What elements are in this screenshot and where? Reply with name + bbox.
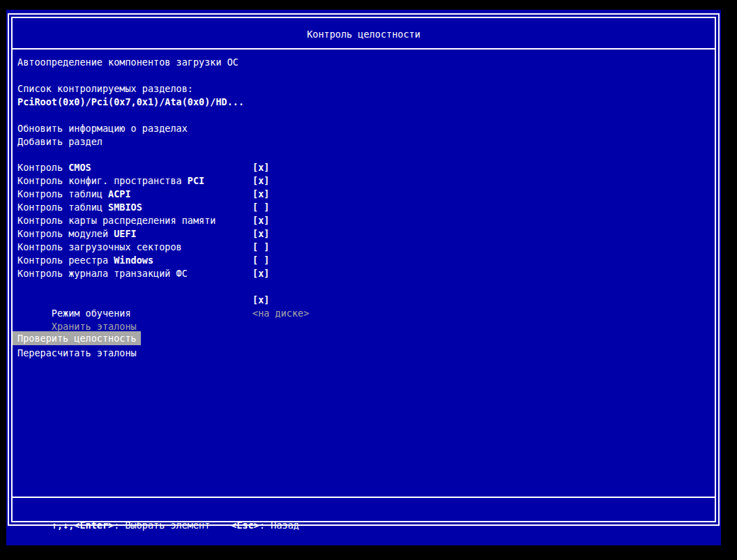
checkbox-item-memory-map[interactable]: Контроль карты распределения памяти[x] [17,214,707,227]
checkbox-label: Контроль загрузочных секторов [17,241,182,252]
checkbox-label: Контроль журнала транзакций ФС [17,268,188,279]
checkbox-label: Контроль реестра Windows [17,255,153,266]
checkbox-state: [ ] [252,254,269,267]
menu-item-refresh-partitions[interactable]: Обновить информацию о разделах [17,122,707,135]
status-bar: ↑,↓,<Enter>: Выбрать элемент<Esc>: Назад [17,506,707,519]
checkbox-label: Контроль модулей UEFI [17,228,137,239]
status-keys-esc: <Esc> [231,520,259,531]
status-action-back: : Назад [259,520,299,531]
checkbox-state: [ ] [252,201,269,214]
checkbox-state: [x] [252,188,269,201]
status-action-select: : Выбрать элемент [114,520,210,531]
screenshot-root: Контроль целостности Автоопределение ком… [0,0,737,560]
partition-path-item[interactable]: PciRoot(0x0)/Pci(0x7,0x1)/Ata(0x0)/HD... [17,96,707,109]
checkbox-state: [x] [252,267,269,280]
checkbox-item-windows-registry[interactable]: Контроль реестра Windows[ ] [17,254,707,267]
checkbox-label: Контроль таблиц SMBIOS [17,202,142,213]
window-title: Контроль целостности [6,28,721,41]
menu-item-check-integrity[interactable]: Проверить целостность [13,331,141,345]
checkbox-label: Контроль таблиц ACPI [17,188,131,199]
checkbox-item-cmos[interactable]: Контроль CMOS[x] [17,161,707,174]
checkbox-state: [x] [252,174,269,188]
menu-item-store-etalons: Хранить эталоны <на диске> [17,307,707,320]
checkbox-item-pci-config-space[interactable]: Контроль конфиг. пространства PCI[x] [17,174,707,188]
checkbox-item-boot-sectors[interactable]: Контроль загрузочных секторов[ ] [17,241,707,254]
statusbar-separator [13,497,715,498]
menu-item-autodetect-boot-components[interactable]: Автоопределение компонентов загрузки ОС [17,56,707,69]
checkbox-item-acpi-tables[interactable]: Контроль таблиц ACPI[x] [17,188,707,201]
store-etalons-label: Хранить эталоны [52,321,137,332]
checkbox-item-uefi-modules[interactable]: Контроль модулей UEFI[x] [17,227,707,241]
checkbox-state: [x] [252,161,269,174]
training-mode-state: [x] [252,294,269,307]
store-etalons-value: <на диске> [252,307,309,320]
checkbox-label: Контроль конфиг. пространства PCI [17,175,204,186]
partitions-list-header: Список контролируемых разделов: [17,82,707,96]
menu-item-add-partition[interactable]: Добавить раздел [17,135,707,149]
menu-item-recalc-etalons[interactable]: Перерасчитать эталоны [17,347,707,360]
checkbox-state: [x] [252,227,269,241]
checkbox-item-fs-journal[interactable]: Контроль журнала транзакций ФС[x] [17,267,707,280]
checkbox-item-smbios-tables[interactable]: Контроль таблиц SMBIOS[ ] [17,201,707,214]
checkbox-state: [x] [252,214,269,227]
checkbox-label: Контроль CMOS [17,162,91,173]
title-separator [13,48,715,50]
checkbox-state: [ ] [252,241,269,254]
integrity-control-screen: Контроль целостности Автоопределение ком… [6,10,721,545]
checkbox-label: Контроль карты распределения памяти [17,215,215,226]
menu-item-training-mode[interactable]: Режим обучения [x] [17,294,707,307]
status-keys-navigation: ↑,↓,<Enter> [52,520,114,531]
